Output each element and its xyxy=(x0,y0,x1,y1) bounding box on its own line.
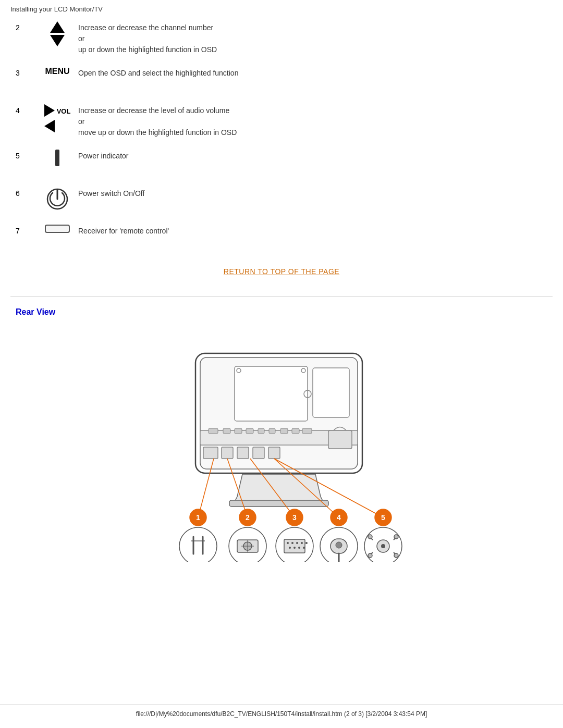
menu-label: MENU xyxy=(45,67,69,76)
control-number-7: 7 xyxy=(16,225,36,235)
control-icon-5 xyxy=(36,150,78,166)
svg-rect-21 xyxy=(253,447,264,459)
control-row-3: 3 MENU Open the OSD and select the highl… xyxy=(16,67,547,93)
svg-text:5: 5 xyxy=(381,513,385,522)
svg-rect-12 xyxy=(246,428,253,434)
rear-view-image: 1 2 3 4 5 xyxy=(16,332,547,577)
svg-rect-11 xyxy=(235,428,242,434)
svg-rect-9 xyxy=(209,428,218,434)
svg-rect-22 xyxy=(268,447,280,459)
svg-point-63 xyxy=(336,542,342,548)
rear-view-svg: 1 2 3 4 5 xyxy=(146,338,417,562)
svg-rect-20 xyxy=(237,447,249,459)
control-row-6: 6 Power switch On/Off xyxy=(16,187,547,213)
return-to-top-link[interactable]: RETURN TO TOP OF THE PAGE xyxy=(224,267,339,276)
svg-text:1: 1 xyxy=(196,513,200,522)
svg-point-73 xyxy=(368,553,372,558)
svg-point-52 xyxy=(291,542,293,544)
svg-point-58 xyxy=(298,547,300,549)
control-desc-4: Increase or decrease the level of audio … xyxy=(78,104,547,138)
svg-rect-24 xyxy=(229,500,328,507)
svg-text:2: 2 xyxy=(246,513,250,522)
svg-point-57 xyxy=(293,547,296,549)
page-title: Installing your LCD Monitor/TV xyxy=(10,5,103,13)
svg-rect-23 xyxy=(328,430,352,449)
svg-rect-15 xyxy=(280,428,288,434)
control-number-3: 3 xyxy=(16,67,36,77)
svg-point-66 xyxy=(381,544,385,548)
svg-point-53 xyxy=(296,542,298,544)
control-desc-5: Power indicator xyxy=(78,150,547,162)
svg-rect-50 xyxy=(284,539,305,553)
vol-icon-group: VOL xyxy=(44,104,71,132)
arrow-up-icon xyxy=(50,21,65,33)
page-header: Installing your LCD Monitor/TV xyxy=(0,0,563,16)
controls-section: 2 Increase or decrease the channel numbe… xyxy=(0,16,563,297)
control-icon-2 xyxy=(36,21,78,46)
svg-point-71 xyxy=(368,535,372,539)
control-row-4: 4 VOL Increase or decrease the level of … xyxy=(16,104,547,138)
control-number-2: 2 xyxy=(16,21,36,32)
svg-point-40 xyxy=(179,527,217,562)
control-number-6: 6 xyxy=(16,187,36,198)
control-icon-6 xyxy=(36,187,78,211)
control-number-4: 4 xyxy=(16,104,36,115)
control-row-5: 5 Power indicator xyxy=(16,150,547,176)
footer-text: file:///D|/My%20documents/dfu/B2C_TV/ENG… xyxy=(136,710,427,718)
control-row-7: 7 Receiver for 'remote control' xyxy=(16,225,547,251)
svg-text:4: 4 xyxy=(337,513,341,522)
svg-point-56 xyxy=(289,547,291,549)
vol-row-right: VOL xyxy=(44,104,71,117)
rear-view-section: Rear View xyxy=(0,297,563,588)
svg-rect-17 xyxy=(302,428,312,434)
control-desc-6: Power switch On/Off xyxy=(78,187,547,199)
svg-point-54 xyxy=(301,542,303,544)
control-icon-3: MENU xyxy=(36,67,78,76)
svg-point-72 xyxy=(394,535,398,539)
svg-rect-3 xyxy=(235,366,308,421)
svg-rect-19 xyxy=(222,447,233,459)
control-desc-2: Increase or decrease the channel numbero… xyxy=(78,21,547,55)
control-desc-7: Receiver for 'remote control' xyxy=(78,225,547,237)
control-icon-7 xyxy=(36,225,78,233)
svg-point-55 xyxy=(305,542,308,544)
svg-rect-14 xyxy=(269,428,275,434)
control-desc-3: Open the OSD and select the highlighted … xyxy=(78,67,547,79)
control-row-2: 2 Increase or decrease the channel numbe… xyxy=(16,21,547,55)
power-switch-svg xyxy=(45,187,69,211)
arrow-down-icon xyxy=(50,35,65,46)
svg-point-51 xyxy=(287,542,289,544)
control-icon-4: VOL xyxy=(36,104,78,132)
vol-label: VOL xyxy=(57,107,71,115)
svg-text:3: 3 xyxy=(292,513,297,522)
arrow-right-icon xyxy=(44,104,55,117)
svg-rect-10 xyxy=(223,428,230,434)
power-indicator-icon xyxy=(55,150,59,166)
control-number-5: 5 xyxy=(16,150,36,160)
arrow-left-icon xyxy=(44,120,55,132)
return-link-container: RETURN TO TOP OF THE PAGE xyxy=(16,262,547,286)
svg-rect-16 xyxy=(292,428,299,434)
svg-rect-6 xyxy=(313,368,349,417)
svg-point-74 xyxy=(394,553,398,558)
svg-rect-18 xyxy=(203,447,218,459)
svg-point-59 xyxy=(303,547,305,549)
page-footer: file:///D|/My%20documents/dfu/B2C_TV/ENG… xyxy=(0,705,563,723)
rear-view-title: Rear View xyxy=(16,307,547,317)
svg-rect-13 xyxy=(258,428,264,434)
remote-receiver-icon xyxy=(45,225,70,233)
